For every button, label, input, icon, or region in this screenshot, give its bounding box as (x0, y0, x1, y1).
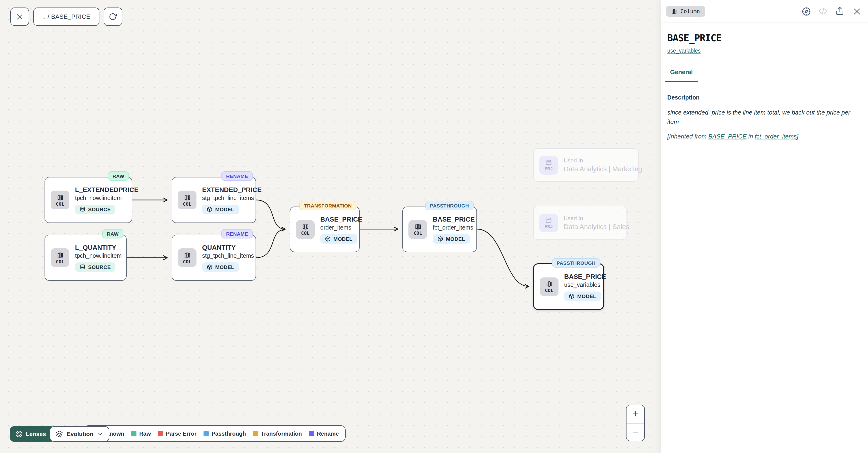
tab-general[interactable]: General (665, 68, 698, 82)
cube-icon (437, 236, 443, 242)
lens-controls: Lenses Evolution (10, 426, 109, 442)
zoom-controls (626, 405, 645, 441)
node-title: BASE_PRICE (564, 273, 606, 280)
node-base-price-use-variables[interactable]: PASSTHROUGH COL BASE_PRICE use_variables… (533, 263, 604, 310)
cube-icon (207, 206, 212, 212)
columns-icon (546, 280, 553, 287)
ghost-used-in-label: Used In (564, 215, 629, 222)
lens-tag: RAW (102, 229, 123, 238)
close-icon (16, 13, 24, 21)
share-button[interactable] (834, 6, 845, 17)
navigate-button[interactable] (801, 6, 812, 17)
node-base-price-order-items[interactable]: TRANSFORMATION COL BASE_PRICE order_item… (290, 206, 360, 252)
node-model: use_variables (564, 281, 600, 288)
close-panel-button[interactable] (851, 6, 862, 17)
layers-icon (56, 430, 63, 437)
canvas-toolbar: .. / BASE_PRICE (10, 7, 122, 26)
model-link[interactable]: use_variables (667, 48, 701, 54)
compass-icon (801, 6, 811, 16)
project-kind-block: PRJ (539, 214, 558, 232)
node-model: stg_tpch_line_items (202, 195, 254, 201)
legend-item: Rename (309, 430, 339, 437)
asset-type-badge: MODEL (202, 205, 239, 214)
columns-icon (57, 251, 64, 258)
lens-tag: RENAME (222, 171, 253, 181)
columns-icon (184, 251, 191, 258)
node-l-extendedprice[interactable]: RAW COL L_EXTENDEDPRICE tpch_now.lineite… (44, 177, 132, 223)
node-title: L_EXTENDEDPRICE (75, 186, 138, 193)
lens-selector-dropdown[interactable]: Evolution (50, 426, 109, 442)
column-kind-block: COL (408, 220, 427, 239)
column-kind-block: COL (540, 277, 558, 296)
lens-legend: Unknown Raw Parse Error Passthrough Tran… (84, 425, 346, 442)
chevron-down-icon (97, 431, 103, 437)
legend-item: Passthrough (204, 430, 246, 437)
node-model: tpch_now.lineitem (75, 253, 122, 259)
legend-item: Transformation (253, 430, 302, 437)
edge (256, 230, 285, 258)
cube-icon (325, 236, 331, 242)
node-model: stg_tpch_line_items (202, 253, 254, 259)
close-lineage-button[interactable] (10, 7, 29, 26)
node-quantity[interactable]: RENAME COL QUANTITY stg_tpch_line_items … (172, 235, 256, 281)
database-icon (80, 206, 85, 212)
node-model: fct_order_items (433, 224, 473, 231)
column-kind-block: COL (178, 248, 196, 267)
lineage-app: .. / BASE_PRICE RAW COL L_EXTENDEDPRICE … (0, 0, 868, 453)
panel-tabs: General (667, 68, 862, 82)
columns-icon (414, 223, 421, 230)
column-kind-block: COL (51, 248, 69, 267)
node-title: BASE_PRICE (320, 215, 362, 223)
close-icon (852, 7, 861, 16)
description-text: since extended_price is the line item to… (667, 108, 857, 127)
node-model: tpch_now.lineitem (75, 195, 122, 201)
inherited-column-link[interactable]: BASE_PRICE (708, 133, 747, 140)
columns-icon (671, 8, 677, 14)
cube-icon (569, 293, 575, 299)
entity-type-badge: Column (666, 6, 705, 17)
node-title: L_QUANTITY (75, 244, 116, 251)
plus-icon (632, 410, 639, 418)
column-kind-block: COL (51, 191, 69, 209)
lineage-canvas[interactable]: .. / BASE_PRICE RAW COL L_EXTENDEDPRICE … (0, 0, 661, 453)
columns-icon (57, 194, 64, 201)
node-extended-price[interactable]: RENAME COL EXTENDED_PRICE stg_tpch_line_… (172, 177, 256, 223)
zoom-in-button[interactable] (626, 405, 644, 423)
node-title: QUANTITY (202, 244, 236, 251)
inherited-model-link[interactable]: fct_order_items (755, 133, 797, 140)
node-title: BASE_PRICE (433, 215, 475, 223)
zoom-out-button[interactable] (626, 423, 644, 441)
ghost-node-sales[interactable]: PRJ Used In Data Analytics | Sales (533, 206, 627, 240)
refresh-button[interactable] (103, 7, 122, 26)
cube-icon (207, 264, 212, 270)
node-base-price-fct-order-items[interactable]: PASSTHROUGH COL BASE_PRICE fct_order_ite… (402, 206, 477, 252)
columns-icon (184, 194, 191, 201)
asset-type-badge: MODEL (564, 291, 601, 301)
lenses-button[interactable]: Lenses (10, 426, 55, 442)
lens-tag: TRANSFORMATION (299, 201, 356, 210)
asset-type-badge: MODEL (320, 234, 357, 244)
ghost-project-title: Data Analytics | Marketing (564, 165, 642, 173)
column-kind-block: COL (178, 191, 196, 209)
minus-icon (632, 429, 639, 436)
edge (477, 229, 528, 286)
node-model: order_items (320, 224, 351, 231)
project-kind-block: PRJ (539, 155, 558, 174)
asset-type-badge: SOURCE (75, 205, 116, 214)
code-icon (818, 6, 828, 16)
breadcrumb[interactable]: .. / BASE_PRICE (33, 7, 99, 26)
database-icon (80, 264, 85, 270)
legend-item: Raw (131, 430, 151, 437)
refresh-icon (109, 13, 117, 21)
ghost-node-marketing[interactable]: PRJ Used In Data Analytics | Marketing (533, 148, 639, 182)
asset-type-badge: MODEL (433, 234, 470, 244)
lens-tag: PASSTHROUGH (552, 258, 600, 267)
ghost-used-in-label: Used In (564, 157, 642, 164)
node-l-quantity[interactable]: RAW COL L_QUANTITY tpch_now.lineitem SOU… (44, 235, 127, 281)
panel-title: BASE_PRICE (667, 32, 862, 44)
legend-item: Parse Error (158, 430, 196, 437)
node-title: EXTENDED_PRICE (202, 186, 262, 193)
lens-tag: PASSTHROUGH (425, 201, 474, 210)
code-button[interactable] (817, 6, 829, 17)
edge (256, 200, 285, 229)
